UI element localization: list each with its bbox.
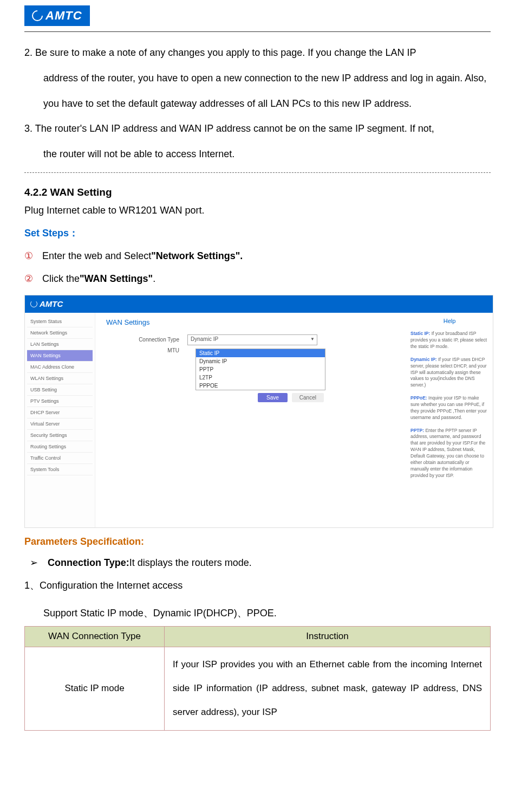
dropdown-option-static-ip[interactable]: Static IP: [196, 349, 325, 357]
step2-bold: "WAN Settings": [80, 273, 153, 284]
help-pptp: PPTP: Enter the PPTP server IP address, …: [410, 428, 488, 479]
sidebar-item-system-status[interactable]: System Status: [27, 316, 93, 327]
sidebar-item-mac-address-clone[interactable]: MAC Address Clone: [27, 362, 93, 373]
sidebar-item-network-settings[interactable]: Network Settings: [27, 327, 93, 339]
shot-body: System StatusNetwork SettingsLAN Setting…: [25, 313, 493, 527]
sidebar-item-usb-setting[interactable]: USB Setting: [27, 384, 93, 396]
note-2: 2. Be sure to make a note of any changes…: [24, 40, 491, 116]
row-connection-type: Connection Type Dynamic IP: [106, 334, 395, 345]
dropdown-option-pptp[interactable]: PPTP: [196, 365, 325, 373]
connection-type-dropdown[interactable]: Static IPDynamic IPPPTPL2TPPPPOE: [195, 349, 325, 390]
dropdown-option-dynamic-ip[interactable]: Dynamic IP: [196, 357, 325, 365]
sidebar-item-security-settings[interactable]: Security Settings: [27, 430, 93, 441]
set-steps-label: Set Steps：: [24, 227, 491, 240]
step-2: ② Click the"WAN Settings".: [24, 269, 491, 288]
sidebar-item-wan-settings[interactable]: WAN Settings: [27, 350, 93, 362]
label-connection-type: Connection Type: [106, 337, 187, 343]
shot-sidebar: System StatusNetwork SettingsLAN Setting…: [25, 313, 95, 527]
help-static: Static IP: If your broadband ISP provide…: [410, 331, 488, 350]
note-3: 3. The router's LAN IP address and WAN I…: [24, 116, 491, 167]
help-static-label: Static IP:: [410, 331, 430, 336]
step2-marker: ②: [24, 269, 40, 288]
cell-static-ip: Static IP mode: [25, 647, 165, 730]
note3-cont: the router will not be able to access In…: [24, 141, 491, 167]
conn-type-label: Connection Type:: [48, 557, 129, 568]
sidebar-item-routing-settings[interactable]: Routing Settings: [27, 441, 93, 453]
help-pppoe-label: PPPoE:: [410, 395, 427, 401]
section-heading: 4.2.2 WAN Setting: [24, 186, 491, 198]
cancel-button[interactable]: Cancel: [292, 393, 324, 402]
cfg-line: 1、Configuration the Internet access: [24, 577, 491, 594]
conn-type-bullet: ➢ Connection Type:It displays the router…: [30, 554, 491, 571]
step1-text: Enter the web and Select: [42, 250, 151, 261]
shot-logo: AMTC: [30, 299, 63, 308]
sidebar-item-dhcp-server[interactable]: DHCP Server: [27, 407, 93, 418]
embedded-screenshot: AMTC System StatusNetwork SettingsLAN Se…: [24, 295, 493, 528]
header-logo-area: AMTC: [24, 0, 491, 32]
conn-type-desc: It displays the routers mode.: [129, 557, 252, 568]
step-1: ① Enter the web and Select"Network Setti…: [24, 246, 491, 266]
note3-lead: 3. The router's LAN IP address and WAN I…: [24, 123, 434, 134]
sidebar-item-virtual-server[interactable]: Virtual Server: [27, 418, 93, 430]
params-heading: Parameters Specification:: [24, 536, 491, 547]
sidebar-item-wlan-settings[interactable]: WLAN Settings: [27, 373, 93, 384]
arrow-icon: ➢: [30, 554, 45, 571]
step1-bold: "Network Settings".: [151, 250, 243, 261]
step2-text-c: .: [153, 273, 155, 284]
cell-static-ip-desc: If your ISP provides you with an Etherne…: [165, 647, 491, 730]
button-row: Save Cancel: [258, 393, 324, 402]
help-dyn-label: Dynamic IP:: [410, 357, 437, 362]
help-pptp-label: PPTP:: [410, 428, 424, 433]
cfg-support: Support Static IP mode、Dynamic IP(DHCP)、…: [24, 604, 491, 622]
note2-lead: 2. Be sure to make a note of any changes…: [24, 47, 416, 58]
note2-cont: address of the router, you have to open …: [24, 66, 491, 117]
shot-logo-text: AMTC: [40, 299, 63, 308]
section-intro: Plug Internet cable to WR1201 WAN port.: [24, 203, 491, 218]
sidebar-item-lan-settings[interactable]: LAN Settings: [27, 339, 93, 350]
sidebar-item-ptv-settings[interactable]: PTV Settings: [27, 396, 93, 407]
panel-title: WAN Settings: [106, 318, 395, 326]
shot-center-panel: WAN Settings Connection Type Dynamic IP …: [95, 313, 406, 527]
dropdown-option-l2tp[interactable]: L2TP: [196, 373, 325, 382]
help-pptp-text: Enter the PPTP server IP address, userna…: [410, 428, 485, 478]
dropdown-option-pppoe[interactable]: PPPOE: [196, 382, 325, 390]
brand-text: AMTC: [45, 9, 82, 23]
th-wan-type: WAN Connection Type: [25, 626, 165, 647]
save-button[interactable]: Save: [258, 393, 288, 402]
dashed-separator: [24, 172, 491, 173]
step1-marker: ①: [24, 246, 40, 266]
help-dynamic: Dynamic IP: If your ISP uses DHCP server…: [410, 357, 488, 389]
help-panel: Help Static IP: If your broadband ISP pr…: [406, 313, 493, 527]
connection-table: WAN Connection Type Instruction Static I…: [24, 626, 491, 731]
label-mtu: MTU: [106, 347, 187, 353]
shot-swirl-icon: [30, 300, 37, 307]
help-pppoe: PPPoE: Inquire your ISP to make sure whe…: [410, 395, 488, 421]
swirl-icon: [30, 8, 45, 23]
step2-text-a: Click the: [42, 273, 80, 284]
connection-type-select[interactable]: Dynamic IP: [187, 334, 317, 345]
th-instruction: Instruction: [165, 626, 491, 647]
shot-topbar: AMTC: [25, 295, 493, 313]
sidebar-item-system-tools[interactable]: System Tools: [27, 464, 93, 475]
help-title: Help: [410, 317, 488, 325]
brand-logo: AMTC: [24, 5, 90, 26]
sidebar-item-traffic-control[interactable]: Traffic Control: [27, 453, 93, 464]
